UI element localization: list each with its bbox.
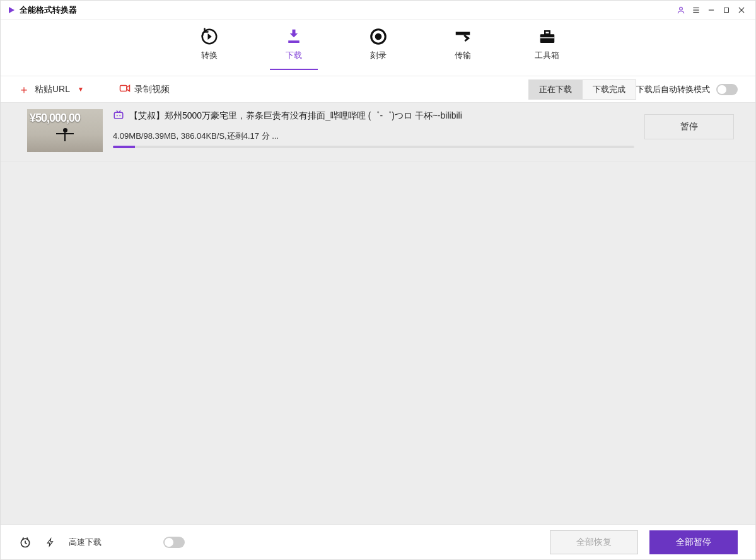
- svg-point-0: [680, 7, 683, 10]
- lightning-icon: [44, 535, 57, 549]
- download-icon: [284, 27, 303, 46]
- tab-convert[interactable]: 转换: [189, 27, 230, 70]
- record-video-button[interactable]: 录制视频: [119, 84, 170, 95]
- fast-download-toggle[interactable]: [163, 537, 185, 548]
- paste-url-button[interactable]: ＋ 粘贴URL ▼: [18, 84, 84, 95]
- pause-all-button[interactable]: 全部暂停: [649, 530, 738, 554]
- main-nav: 转换 下载 刻录 传输 工具箱: [1, 20, 755, 76]
- svg-rect-17: [114, 112, 123, 119]
- svg-rect-12: [455, 32, 470, 35]
- tab-transfer-label: 传输: [455, 50, 471, 61]
- transfer-icon: [453, 27, 472, 46]
- toolbox-icon: [538, 27, 557, 46]
- svg-rect-15: [540, 37, 554, 38]
- download-thumbnail: ¥50,000,00: [27, 109, 103, 152]
- pause-button[interactable]: 暂停: [644, 114, 734, 139]
- svg-rect-9: [288, 40, 299, 43]
- auto-convert-toggle[interactable]: [716, 84, 738, 95]
- maximize-icon[interactable]: [719, 3, 734, 18]
- resume-all-button: 全部恢复: [550, 530, 638, 554]
- bottom-bar: 高速下载 全部恢复 全部暂停: [1, 524, 755, 559]
- svg-rect-14: [545, 31, 550, 34]
- svg-point-11: [376, 34, 381, 39]
- download-progress: [113, 146, 634, 148]
- tab-convert-label: 转换: [201, 50, 218, 61]
- download-status: 4.09MB/98.39MB, 386.04KB/S,还剩4.17 分 ...: [113, 131, 634, 142]
- tab-toolbox[interactable]: 工具箱: [527, 27, 567, 70]
- svg-rect-16: [120, 86, 127, 91]
- tab-toolbox-label: 工具箱: [535, 50, 559, 61]
- download-item: ¥50,000,00 【艾叔】郑州5000万豪宅里，养条巨贵有没有排面_哔哩哔哩…: [1, 103, 755, 161]
- download-title: 【艾叔】郑州5000万豪宅里，养条巨贵有没有排面_哔哩哔哩 (゜-゜)つロ 干杯…: [129, 110, 462, 122]
- bilibili-icon: [113, 109, 124, 123]
- account-icon[interactable]: [673, 3, 689, 18]
- subtab-completed[interactable]: 下载完成: [583, 79, 636, 100]
- tab-download-label: 下载: [286, 50, 302, 61]
- schedule-icon[interactable]: [18, 535, 32, 549]
- burn-icon: [369, 27, 388, 46]
- thumbnail-overlay-text: ¥50,000,00: [30, 112, 80, 125]
- toolbar: ＋ 粘贴URL ▼ 录制视频 正在下载 下载完成 下载后自动转换模式: [1, 76, 755, 103]
- tab-download[interactable]: 下载: [274, 27, 314, 70]
- convert-icon: [200, 27, 219, 46]
- tab-burn[interactable]: 刻录: [358, 27, 398, 70]
- download-progress-bar: [113, 146, 135, 148]
- tab-transfer[interactable]: 传输: [443, 27, 483, 70]
- svg-rect-13: [540, 34, 554, 43]
- tab-burn-label: 刻录: [370, 50, 387, 61]
- auto-convert-label: 下载后自动转换模式: [636, 84, 710, 95]
- minimize-icon[interactable]: [704, 3, 719, 18]
- record-video-label: 录制视频: [134, 84, 170, 95]
- download-list: ¥50,000,00 【艾叔】郑州5000万豪宅里，养条巨贵有没有排面_哔哩哔哩…: [1, 103, 755, 524]
- app-logo-icon: [7, 6, 16, 15]
- download-subtabs: 正在下载 下载完成: [528, 79, 636, 100]
- subtab-downloading[interactable]: 正在下载: [528, 79, 583, 100]
- titlebar: 全能格式转换器: [1, 1, 755, 20]
- plus-icon: ＋: [18, 84, 30, 95]
- close-icon[interactable]: [734, 3, 749, 18]
- paste-url-label: 粘贴URL: [35, 84, 70, 95]
- camera-icon: [119, 84, 131, 95]
- app-title: 全能格式转换器: [20, 4, 77, 16]
- menu-icon[interactable]: [689, 3, 704, 18]
- chevron-down-icon: ▼: [78, 86, 84, 93]
- svg-rect-5: [724, 8, 729, 12]
- fast-download-label: 高速下载: [69, 537, 102, 548]
